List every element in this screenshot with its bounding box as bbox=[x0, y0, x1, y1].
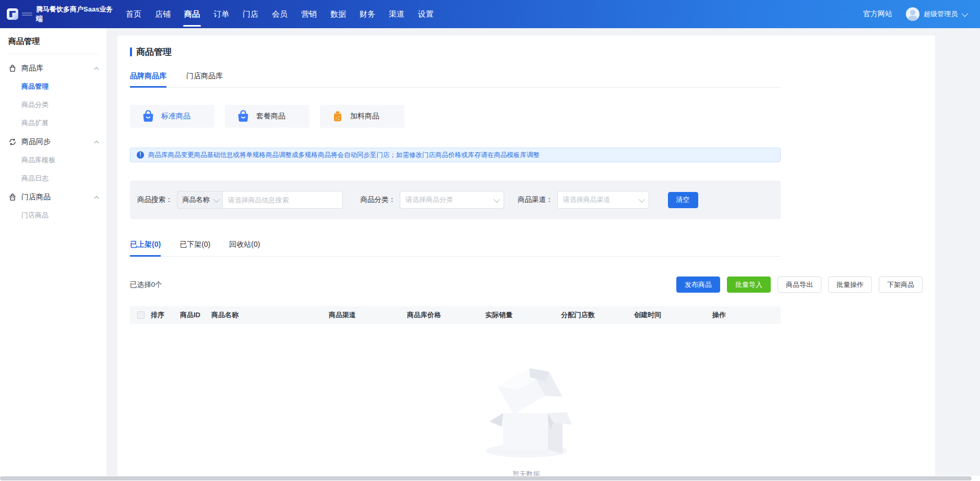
nav-item-marketing[interactable]: 营销 bbox=[301, 0, 317, 28]
page-title: 商品管理 bbox=[136, 46, 172, 58]
tab-store-library[interactable]: 门店商品库 bbox=[186, 71, 223, 88]
nav-item-orders[interactable]: 订单 bbox=[213, 0, 229, 28]
user-menu[interactable]: 超级管理员 bbox=[906, 7, 966, 21]
bag-smile-icon bbox=[236, 110, 250, 123]
logo-caption bbox=[22, 11, 32, 17]
nav-item-channels[interactable]: 渠道 bbox=[389, 0, 404, 28]
column-header-product-id: 商品ID bbox=[180, 310, 211, 320]
sidebar-item-goods-log[interactable]: 商品日志 bbox=[21, 174, 62, 183]
topping-product-button[interactable]: 加料商品 bbox=[320, 105, 404, 128]
category-placeholder: 请选择商品分类 bbox=[405, 195, 453, 205]
sync-icon bbox=[8, 138, 17, 146]
empty-state: 暂无数据 bbox=[469, 367, 584, 476]
type-button-label: 加料商品 bbox=[350, 112, 379, 121]
clear-button[interactable]: 清空 bbox=[668, 192, 698, 208]
publish-product-button[interactable]: 发布商品 bbox=[676, 276, 720, 293]
column-header-actual-sales: 实际销量 bbox=[485, 310, 561, 320]
chevron-up-icon[interactable] bbox=[94, 195, 99, 200]
toolbar-buttons: 发布商品 批量导入 商品导出 批量操作 下架商品 bbox=[676, 276, 923, 293]
column-header-created-time: 创建时间 bbox=[634, 310, 712, 320]
nav-item-members[interactable]: 会员 bbox=[272, 0, 288, 28]
table-header: 排序 商品ID 商品名称 商品渠道 商品库价格 实际销量 分配门店数 创建时间 … bbox=[130, 306, 781, 324]
sidebar-group-goods-library[interactable]: 商品库 bbox=[8, 64, 99, 73]
sidebar-item-goods-extend[interactable]: 商品扩展 bbox=[21, 118, 62, 128]
top-navbar: 腾马餐饮多商户Saas业务端 首页 店铺 商品 订单 门店 会员 营销 数据 财… bbox=[0, 0, 980, 28]
brand[interactable]: 腾马餐饮多商户Saas业务端 bbox=[0, 5, 117, 23]
sidebar-item-goods-category[interactable]: 商品分类 bbox=[21, 100, 62, 110]
nav-item-settings[interactable]: 设置 bbox=[418, 0, 434, 28]
navbar-right: 官方网站 超级管理员 bbox=[863, 7, 980, 21]
nav-item-finance[interactable]: 财务 bbox=[360, 0, 375, 28]
empty-text: 暂无数据 bbox=[469, 470, 584, 476]
user-name: 超级管理员 bbox=[924, 9, 958, 19]
product-type-buttons: 标准商品 套餐商品 加料商品 bbox=[130, 105, 923, 128]
chevron-up-icon[interactable] bbox=[94, 139, 99, 145]
selected-count-text: 已选择0个 bbox=[130, 280, 162, 290]
sidebar-group-goods-sync[interactable]: 商品同步 bbox=[8, 137, 99, 147]
chevron-down-icon bbox=[494, 196, 500, 202]
batch-actions-button[interactable]: 批量操作 bbox=[828, 276, 872, 293]
combo-product-button[interactable]: 套餐商品 bbox=[225, 105, 309, 128]
channel-label: 商品渠道： bbox=[518, 195, 553, 205]
chevron-up-icon[interactable] bbox=[94, 66, 99, 71]
nav-item-home[interactable]: 首页 bbox=[126, 0, 141, 28]
tab-off-shelf[interactable]: 已下架(0) bbox=[180, 240, 210, 257]
standard-product-button[interactable]: 标准商品 bbox=[130, 105, 214, 128]
brand-title: 腾马餐饮多商户Saas业务端 bbox=[36, 5, 115, 23]
column-header-channel: 商品渠道 bbox=[329, 310, 407, 320]
column-header-product-name: 商品名称 bbox=[211, 310, 329, 320]
empty-box-illustration bbox=[478, 367, 575, 460]
divider bbox=[8, 54, 98, 54]
app-logo-icon bbox=[7, 8, 18, 20]
tab-brand-library[interactable]: 品牌商品库 bbox=[130, 71, 166, 88]
title-accent-bar bbox=[130, 47, 132, 56]
remove-from-shelf-button[interactable]: 下架商品 bbox=[879, 276, 923, 293]
sidebar-title: 商品管理 bbox=[8, 37, 106, 54]
bag-icon bbox=[8, 64, 17, 73]
nav-menu: 首页 店铺 商品 订单 门店 会员 营销 数据 财务 渠道 设置 bbox=[126, 0, 434, 28]
official-site-link[interactable]: 官方网站 bbox=[863, 9, 892, 19]
sidebar-group-items: 商品管理 商品分类 商品扩展 bbox=[8, 73, 106, 128]
sync-info-alert: ! 商品库商品变更商品基础信息或将单规格商品调整成多规格商品将会自动同步至门店；… bbox=[130, 148, 781, 162]
main-area: 商品管理 品牌商品库 门店商品库 标准商品 套餐商品 加料商品 bbox=[106, 28, 980, 476]
nav-item-shop[interactable]: 店铺 bbox=[155, 0, 171, 28]
sidebar-item-goods-manage[interactable]: 商品管理 bbox=[21, 82, 62, 91]
alert-text: 商品库商品变更商品基础信息或将单规格商品调整成多规格商品将会自动同步至门店；如需… bbox=[148, 151, 540, 160]
store-bag-icon bbox=[8, 193, 17, 201]
sidebar-group-store-goods[interactable]: 门店商品 bbox=[8, 193, 99, 202]
nav-item-stores[interactable]: 门店 bbox=[243, 0, 258, 28]
select-all-checkbox[interactable] bbox=[137, 311, 145, 319]
sidebar-item-library-template[interactable]: 商品库模板 bbox=[21, 155, 62, 165]
chevron-down-icon bbox=[638, 196, 645, 202]
sidebar-group-label: 商品同步 bbox=[21, 137, 51, 147]
horizontal-scrollbar-thumb[interactable] bbox=[0, 476, 972, 480]
channel-select[interactable]: 请选择商品渠道 bbox=[557, 191, 649, 209]
horizontal-scrollbar-track[interactable] bbox=[0, 476, 980, 481]
sidebar-group-label: 商品库 bbox=[21, 64, 43, 73]
toolbar: 已选择0个 发布商品 批量导入 商品导出 批量操作 下架商品 bbox=[130, 276, 923, 293]
column-header-library-price: 商品库价格 bbox=[407, 310, 485, 320]
sidebar-item-store-goods[interactable]: 门店商品 bbox=[21, 211, 62, 220]
batch-import-button[interactable]: 批量导入 bbox=[727, 276, 771, 293]
type-button-label: 标准商品 bbox=[161, 112, 190, 121]
export-products-button[interactable]: 商品导出 bbox=[778, 276, 821, 293]
search-label: 商品搜索： bbox=[137, 195, 173, 205]
nav-item-data[interactable]: 数据 bbox=[330, 0, 346, 28]
category-select[interactable]: 请选择商品分类 bbox=[400, 191, 504, 209]
tab-recycle-bin[interactable]: 回收站(0) bbox=[229, 240, 260, 257]
sidebar-group-label: 门店商品 bbox=[21, 193, 51, 202]
column-header-assigned-stores: 分配门店数 bbox=[561, 310, 634, 320]
tab-on-shelf[interactable]: 已上架(0) bbox=[130, 240, 161, 257]
user-avatar-icon bbox=[906, 7, 919, 21]
status-tabs: 已上架(0) 已下架(0) 回收站(0) bbox=[130, 240, 781, 257]
nav-item-goods[interactable]: 商品 bbox=[184, 0, 200, 28]
jar-icon bbox=[331, 110, 344, 123]
search-input[interactable] bbox=[223, 191, 343, 209]
category-label: 商品分类： bbox=[361, 195, 396, 205]
search-joined-control: 商品名称 bbox=[177, 191, 343, 209]
library-tabs: 品牌商品库 门店商品库 bbox=[130, 71, 781, 88]
search-field-select[interactable]: 商品名称 bbox=[177, 191, 223, 209]
sidebar-group-items: 门店商品 bbox=[8, 202, 106, 220]
content-card: 商品管理 品牌商品库 门店商品库 标准商品 套餐商品 加料商品 bbox=[117, 35, 935, 476]
sidebar: 商品管理 商品库 商品管理 商品分类 商品扩展 商品同步 商品库模板 商品日志 … bbox=[0, 28, 106, 476]
